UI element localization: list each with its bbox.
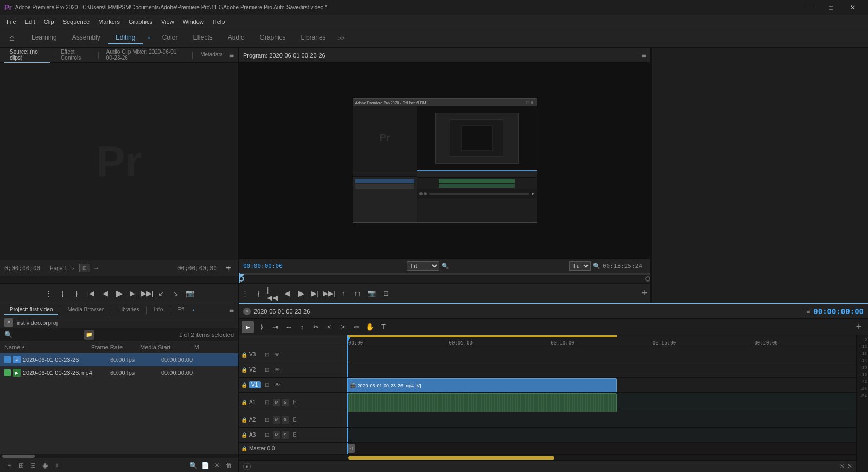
tool-track-select[interactable]: ⟩ xyxy=(256,321,267,333)
ws-tab-graphics[interactable]: Graphics xyxy=(252,31,293,44)
view-icon-btn[interactable]: ⊞ xyxy=(16,461,26,470)
project-new-folder-btn[interactable]: 📁 xyxy=(84,330,94,340)
col-header-media-start[interactable]: Media Start xyxy=(140,344,194,350)
timeline-close-btn[interactable]: ✕ xyxy=(243,308,251,315)
v2-eye[interactable]: 👁 xyxy=(273,366,282,374)
v1-eye[interactable]: 👁 xyxy=(273,381,282,390)
v2-sync[interactable]: ⊡ xyxy=(263,366,271,374)
prog-step-back[interactable]: ◀ xyxy=(281,288,293,299)
menu-markers[interactable]: Markers xyxy=(94,17,124,26)
prog-lift[interactable]: ↑ xyxy=(337,288,349,299)
new-item-btn[interactable]: 📄 xyxy=(200,461,210,470)
project-tab-eff[interactable]: Eff xyxy=(172,305,189,315)
source-page-next[interactable]: › xyxy=(69,264,77,272)
ws-tab-assembly[interactable]: Assembly xyxy=(65,31,108,44)
a1-clip[interactable] xyxy=(347,393,617,412)
program-fit-select[interactable]: Fit 25% 50% 75% 100% xyxy=(407,261,439,271)
ws-tab-more[interactable]: >> xyxy=(334,33,349,43)
a2-sync[interactable]: ⊡ xyxy=(263,416,271,424)
col-header-frame-rate[interactable]: Frame Rate xyxy=(91,344,140,350)
ws-tab-libraries[interactable]: Libraries xyxy=(293,31,334,44)
tl-play-circle[interactable]: ● xyxy=(243,463,251,470)
project-scrollbar[interactable] xyxy=(0,454,238,458)
source-panel-menu[interactable]: ≡ xyxy=(229,51,234,60)
tool-pen[interactable]: ✏ xyxy=(350,321,362,333)
a3-sync[interactable]: ⊡ xyxy=(263,431,271,439)
a2-lock[interactable]: 🔒 xyxy=(241,417,247,423)
source-overwrite[interactable]: ↘ xyxy=(170,288,182,299)
ws-tab-color[interactable]: Color xyxy=(155,31,186,44)
prog-trim-monitor[interactable]: ⊡ xyxy=(380,288,392,299)
timescale-content[interactable]: 00:00 00:05:00 00:10:00 00:15:00 00:20:0… xyxy=(347,335,856,347)
tool-rolling[interactable]: ↔ xyxy=(283,321,295,333)
source-step-back[interactable]: ◀ xyxy=(99,288,111,299)
search-btn[interactable]: 🔍 xyxy=(188,461,198,470)
tool-type[interactable]: T xyxy=(378,321,390,333)
timeline-menu-btn[interactable]: ≡ xyxy=(806,308,810,315)
menu-edit[interactable]: Edit xyxy=(21,17,40,26)
project-tab-project[interactable]: Project: first video xyxy=(4,305,58,315)
source-step-fwd[interactable]: ▶| xyxy=(127,288,139,299)
a1-lock[interactable]: 🔒 xyxy=(241,399,247,406)
ws-tab-effects[interactable]: Effects xyxy=(185,31,220,44)
source-mark-in[interactable]: ⋮ xyxy=(43,288,55,299)
a3-vol[interactable]: 🎚 xyxy=(291,431,299,439)
menu-graphics[interactable]: Graphics xyxy=(124,17,157,26)
source-play-btn[interactable]: ▶ xyxy=(113,288,125,299)
master-end-marker[interactable]: ⊲ xyxy=(347,444,355,453)
menu-clip[interactable]: Clip xyxy=(40,17,59,26)
tool-rate-stretch[interactable]: ↕ xyxy=(296,321,308,333)
v2-lock[interactable]: 🔒 xyxy=(241,367,247,373)
project-panel-menu[interactable]: ≡ xyxy=(229,306,234,315)
view-freeform-btn[interactable]: ⊟ xyxy=(28,461,38,470)
tool-slip[interactable]: ≤ xyxy=(323,321,335,333)
source-settings-btn[interactable]: ↔ xyxy=(92,264,101,272)
col-header-name[interactable]: Name ▲ xyxy=(4,344,91,350)
source-goto-out[interactable]: |◀ xyxy=(85,288,97,299)
a2-m-btn[interactable]: M xyxy=(273,416,280,424)
track-content-v2[interactable] xyxy=(347,362,856,377)
view-list-btn[interactable]: ≡ xyxy=(4,461,14,470)
home-button[interactable]: ⌂ xyxy=(4,30,20,46)
project-item-video[interactable]: ▶ 2020-06-01 00-23-26.mp4 60.00 fps 00:0… xyxy=(0,366,238,379)
tool-razor[interactable]: ✂ xyxy=(310,321,322,333)
source-tab-metadata[interactable]: Metadata xyxy=(195,50,228,60)
tool-selection[interactable]: ▸ xyxy=(242,321,254,333)
source-export-frame[interactable]: 📷 xyxy=(184,288,196,299)
menu-file[interactable]: File xyxy=(2,17,21,26)
track-content-v3[interactable] xyxy=(347,347,856,362)
source-goto-next[interactable]: ▶▶| xyxy=(142,288,154,299)
source-safe-margins-btn[interactable]: ⊡ xyxy=(79,264,90,272)
project-search-input[interactable] xyxy=(16,331,81,338)
new-bin-btn[interactable]: + xyxy=(52,461,62,470)
program-playhead-row[interactable] xyxy=(239,273,650,283)
ws-tab-audio[interactable]: Audio xyxy=(220,31,252,44)
col-header-m[interactable]: M xyxy=(194,344,210,350)
minimize-button[interactable]: ─ xyxy=(799,0,820,15)
timeline-scrollbar[interactable] xyxy=(239,455,856,460)
source-tab-audio-mixer[interactable]: Audio Clip Mixer: 2020-06-01 00-23-26 xyxy=(101,47,190,63)
filter-btn[interactable]: ◉ xyxy=(40,461,50,470)
prog-goto-in[interactable]: |◀◀ xyxy=(267,288,279,299)
prog-extract[interactable]: ↑↑ xyxy=(352,288,363,299)
menu-sequence[interactable]: Sequence xyxy=(59,17,94,26)
prog-mark-in[interactable]: ⋮ xyxy=(239,288,251,299)
tool-slide[interactable]: ≥ xyxy=(337,321,349,333)
source-insert[interactable]: ↙ xyxy=(156,288,168,299)
v3-sync[interactable]: ⊡ xyxy=(263,350,271,359)
menu-view[interactable]: View xyxy=(157,17,178,26)
a1-s-btn[interactable]: S xyxy=(282,399,289,406)
tool-hand[interactable]: ✋ xyxy=(364,321,376,333)
v1-lock[interactable]: 🔒 xyxy=(241,382,247,388)
source-tab-source[interactable]: Source: (no clips) xyxy=(4,47,50,63)
v3-eye[interactable]: 👁 xyxy=(273,350,282,359)
track-content-a1[interactable] xyxy=(347,393,856,412)
timeline-add-track-btn[interactable]: + xyxy=(853,321,865,333)
ws-tab-editing[interactable]: Editing xyxy=(108,31,143,44)
a2-vol[interactable]: 🎚 xyxy=(291,416,299,424)
a3-s-btn[interactable]: S xyxy=(282,431,289,439)
tool-ripple[interactable]: ⇥ xyxy=(269,321,281,333)
v1-clip[interactable]: 🎬 2020-06-01 00-23-26.mp4 [V] xyxy=(347,378,617,392)
v1-sync[interactable]: ⊡ xyxy=(263,381,271,390)
source-add-btn[interactable]: + xyxy=(223,263,234,273)
